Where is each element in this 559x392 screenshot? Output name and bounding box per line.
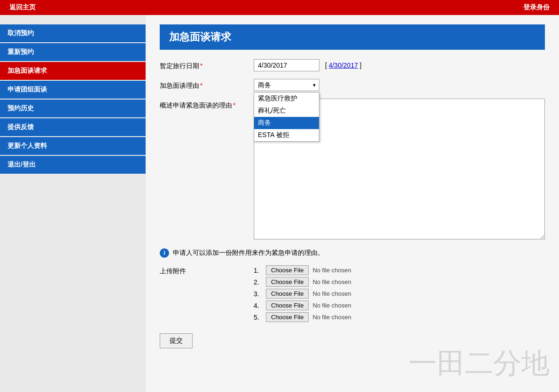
reason-dropdown-wrapper: 商务 ▼ 紧急医疗救护 葬礼/死亡 商务 ESTA 被拒 (254, 79, 319, 91)
login-button[interactable]: 登录身份 (514, 0, 559, 15)
file-chosen-5: No file chosen (312, 314, 351, 321)
required-mark: * (200, 62, 202, 69)
choose-file-button-3[interactable]: Choose File (266, 289, 309, 299)
choose-file-button-4[interactable]: Choose File (266, 300, 309, 310)
file-number-3: 3. (254, 290, 263, 298)
sidebar-item-reschedule[interactable]: 重新预约 (0, 43, 146, 61)
reason-label: 加急面谈理由* (160, 79, 254, 90)
sidebar: 取消预约 重新预约 加急面谈请求 申请团组面谈 预约历史 提供反馈 更新个人资料… (0, 15, 146, 392)
main-layout: 取消预约 重新预约 加急面谈请求 申请团组面谈 预约历史 提供反馈 更新个人资料… (0, 15, 559, 392)
file-item-3: 3. Choose File No file chosen (254, 289, 351, 299)
description-label: 概述申请紧急面谈的理由* (160, 99, 254, 110)
travel-date-input[interactable] (254, 59, 319, 71)
submit-button[interactable]: 提交 (160, 333, 193, 348)
sidebar-item-profile[interactable]: 更新个人资料 (0, 137, 146, 155)
upload-label: 上传附件 (160, 265, 254, 276)
option-esta[interactable]: ESTA 被拒 (254, 129, 319, 141)
info-icon: i (160, 248, 169, 258)
travel-date-row: 暂定旅行日期* [ 4/30/2017 ] (160, 59, 545, 71)
file-number-2: 2. (254, 278, 263, 286)
required-mark-3: * (233, 101, 235, 109)
travel-date-control: [ 4/30/2017 ] (254, 59, 545, 71)
sidebar-item-history[interactable]: 预约历史 (0, 100, 146, 117)
dropdown-open-panel: 紧急医疗救护 葬礼/死亡 商务 ESTA 被拒 (254, 92, 319, 142)
file-item-5: 5. Choose File No file chosen (254, 312, 351, 322)
option-medical[interactable]: 紧急医疗救护 (254, 92, 319, 105)
file-item-2: 2. Choose File No file chosen (254, 277, 351, 287)
reason-row: 加急面谈理由* 商务 ▼ 紧急医疗救护 葬礼/死亡 商务 ESTA 被拒 (160, 79, 545, 91)
choose-file-button-1[interactable]: Choose File (266, 265, 309, 275)
file-chosen-4: No file chosen (312, 302, 351, 309)
page-title: 加急面谈请求 (160, 24, 545, 50)
reason-control: 商务 ▼ 紧急医疗救护 葬礼/死亡 商务 ESTA 被拒 (254, 79, 545, 91)
file-number-4: 4. (254, 302, 263, 309)
file-chosen-3: No file chosen (312, 290, 351, 297)
file-chosen-2: No file chosen (312, 278, 351, 285)
file-chosen-1: No file chosen (312, 267, 351, 274)
required-mark-2: * (200, 82, 202, 89)
sidebar-item-feedback[interactable]: 提供反馈 (0, 118, 146, 136)
info-text: 申请人可以添加一份附件用来作为紧急申请的理由。 (173, 249, 324, 257)
travel-date-link[interactable]: 4/30/2017 (329, 61, 358, 69)
option-funeral[interactable]: 葬礼/死亡 (254, 105, 319, 117)
file-item-1: 1. Choose File No file chosen (254, 265, 351, 275)
choose-file-button-5[interactable]: Choose File (266, 312, 309, 322)
sidebar-item-logout[interactable]: 退出/登出 (0, 156, 146, 174)
top-bar: 返回主页 登录身份 (0, 0, 559, 15)
info-box: i 申请人可以添加一份附件用来作为紧急申请的理由。 (160, 248, 545, 258)
travel-date-label: 暂定旅行日期* (160, 59, 254, 70)
sidebar-item-cancel[interactable]: 取消预约 (0, 24, 146, 42)
upload-section: 上传附件 1. Choose File No file chosen 2. Ch… (160, 265, 545, 324)
file-number-1: 1. (254, 267, 263, 274)
option-business-item[interactable]: 商务 (254, 117, 319, 129)
file-item-4: 4. Choose File No file chosen (254, 300, 351, 310)
description-row: 概述申请紧急面谈的理由* (160, 99, 545, 241)
submit-row: 提交 (160, 333, 545, 348)
sidebar-item-emergency[interactable]: 加急面谈请求 (0, 62, 146, 80)
reason-select[interactable]: 商务 (254, 79, 319, 91)
file-number-5: 5. (254, 314, 263, 321)
home-button[interactable]: 返回主页 (0, 0, 45, 15)
sidebar-item-group[interactable]: 申请团组面谈 (0, 81, 146, 99)
choose-file-button-2[interactable]: Choose File (266, 277, 309, 287)
file-list: 1. Choose File No file chosen 2. Choose … (254, 265, 351, 324)
main-content: 加急面谈请求 暂定旅行日期* [ 4/30/2017 ] 加急面谈理由* 商务 (146, 15, 559, 392)
